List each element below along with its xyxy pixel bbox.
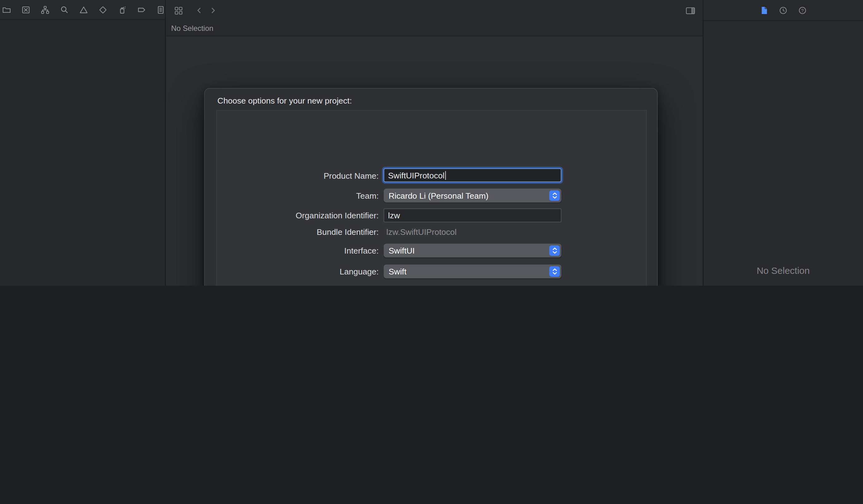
text-caret (445, 171, 446, 180)
interface-value: SwiftUI (388, 246, 415, 255)
organization-identifier-input[interactable]: lzw (384, 209, 562, 222)
language-row: Language: Swift (217, 264, 646, 278)
bundle-identifier-row: Bundle Identifier: lzw.SwiftUIProtocol (217, 225, 646, 239)
related-items-grid-icon[interactable] (174, 6, 183, 15)
file-inspector-icon[interactable] (759, 5, 768, 15)
language-label: Language: (217, 264, 379, 278)
interface-row: Interface: SwiftUI (217, 243, 646, 257)
xcode-window: No Selection ? No Selection Choose optio… (0, 0, 863, 286)
inspector-panel: ? No Selection (703, 0, 863, 286)
debug-icon[interactable] (117, 5, 127, 14)
organization-identifier-label: Organization Identifier: (217, 209, 379, 222)
inspector-empty-text: No Selection (703, 266, 863, 277)
search-icon[interactable] (60, 5, 69, 14)
organization-identifier-row: Organization Identifier: lzw (217, 209, 646, 222)
dialog-title: Choose options for your new project: (217, 96, 352, 105)
hide-inspector-icon[interactable] (686, 6, 695, 15)
popup-arrows-icon (549, 245, 560, 256)
history-inspector-icon[interactable] (778, 5, 788, 15)
new-project-options-dialog: Choose options for your new project: Pro… (204, 88, 658, 286)
inspector-toolbar: ? (703, 0, 863, 21)
jump-bar[interactable]: No Selection (166, 21, 703, 36)
jump-bar-text: No Selection (171, 24, 213, 33)
team-select[interactable]: Ricardo Li (Personal Team) (384, 189, 562, 202)
breakpoints-icon[interactable] (136, 5, 146, 14)
tests-icon[interactable] (98, 5, 107, 14)
back-chevron-icon[interactable] (195, 6, 204, 15)
navigator-toolbar (0, 0, 165, 20)
language-value: Swift (388, 267, 406, 276)
product-name-input[interactable]: SwiftUIProtocol (384, 168, 562, 182)
organization-identifier-value: lzw (388, 211, 400, 220)
popup-arrows-icon (549, 266, 560, 277)
forward-chevron-icon[interactable] (208, 6, 217, 15)
bundle-identifier-value: lzw.SwiftUIProtocol (384, 225, 457, 239)
project-navigator-icon[interactable] (2, 5, 11, 14)
reports-icon[interactable] (156, 5, 165, 14)
product-name-value: SwiftUIProtocol (388, 171, 445, 180)
bundle-identifier-label: Bundle Identifier: (217, 225, 379, 239)
product-name-label: Product Name: (217, 168, 379, 183)
svg-text:?: ? (801, 8, 804, 13)
source-control-icon[interactable] (21, 5, 30, 14)
symbols-icon[interactable] (40, 5, 50, 14)
language-select[interactable]: Swift (384, 264, 562, 278)
use-core-data-row: Use Core Data (384, 285, 451, 286)
editor-toolbar (166, 0, 703, 21)
issues-icon[interactable] (79, 5, 88, 14)
quick-help-icon[interactable]: ? (798, 5, 807, 15)
product-name-row: Product Name: SwiftUIProtocol (217, 168, 646, 183)
interface-select[interactable]: SwiftUI (384, 243, 562, 257)
team-label: Team: (217, 189, 379, 202)
popup-arrows-icon (549, 190, 560, 201)
team-row: Team: Ricardo Li (Personal Team) (217, 189, 646, 202)
dialog-form-panel: Product Name: SwiftUIProtocol Team: Rica… (216, 110, 647, 286)
team-value: Ricardo Li (Personal Team) (388, 191, 488, 200)
navigator-sidebar (0, 0, 166, 286)
interface-label: Interface: (217, 243, 379, 257)
